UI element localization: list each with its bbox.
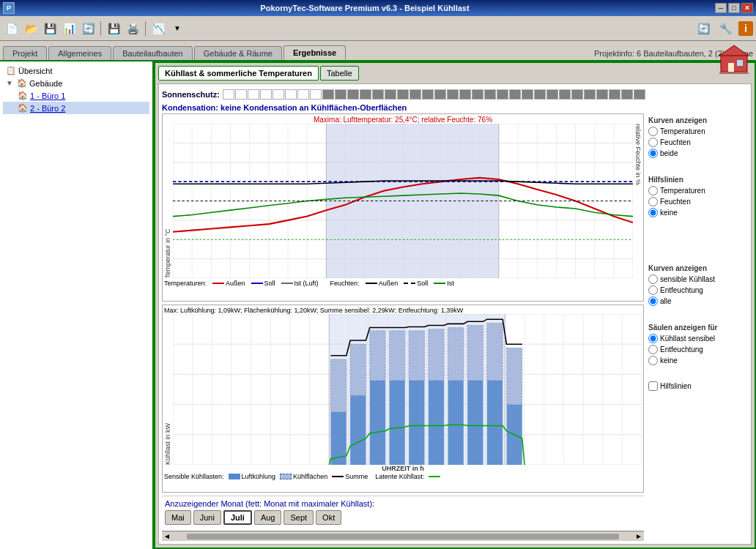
tab-bauteilaufbauten[interactable]: Bauteilaufbauten: [113, 46, 193, 60]
tree-item-gebaude[interactable]: ▼ 🏠 Gebäude: [3, 77, 149, 89]
tree-item-ubersicht[interactable]: 📋 Übersicht: [3, 64, 149, 77]
radio-saulen-keine[interactable]: [648, 356, 658, 365]
scroll-area[interactable]: ◄ ►: [162, 531, 644, 541]
legend2-latente-line: [429, 473, 440, 480]
radio-saulen-sensibel[interactable]: [648, 334, 658, 343]
sonnenschutz-label: Sonnenschutz:: [162, 90, 220, 99]
close-button[interactable]: ✕: [741, 3, 753, 13]
ubersicht-label: Übersicht: [18, 67, 52, 75]
hilfslinien-checkbox[interactable]: [648, 381, 658, 391]
label-hilfs-temp: Temperaturen: [660, 187, 705, 195]
legend2-luft: Luftkühlung: [229, 473, 276, 480]
chart2-maxtext: Max: Luftkühlung: 1,09kW; Flächenkühlung…: [164, 307, 642, 314]
sub-tab-tabelle[interactable]: Tabelle: [320, 66, 359, 81]
toolbar-btn-6[interactable]: 💾: [105, 20, 122, 37]
gebaude-label: Gebäude: [29, 79, 62, 88]
radio-sensible[interactable]: [648, 274, 658, 284]
label-temperaturen: Temperaturen: [660, 127, 705, 135]
svg-rect-160: [389, 331, 404, 381]
legend-temp-label: Temperaturen:: [164, 280, 207, 287]
month-btn-juni[interactable]: Juni: [193, 510, 221, 525]
radio-hilfs-feuch[interactable]: [648, 197, 658, 206]
legend2-latente: Latente Kühllast:: [375, 473, 424, 480]
legend-ist-f: Ist: [434, 280, 454, 287]
chart2-ylabel: Kühllast in kW: [164, 314, 171, 465]
legend-soll: Soll: [251, 280, 275, 287]
radio-feuchten[interactable]: [648, 138, 658, 147]
radio-temperaturen[interactable]: [648, 127, 658, 136]
svg-rect-153: [448, 381, 463, 465]
svg-rect-2: [728, 63, 734, 72]
hilfslinien-label: Hilfslinien: [648, 176, 745, 184]
radio-beide[interactable]: [648, 149, 658, 158]
left-panel: 📋 Übersicht ▼ 🏠 Gebäude 🏠 1 - Büro 1 🏠 2…: [0, 61, 154, 549]
radio-saulen-entfeuch[interactable]: [648, 345, 658, 354]
toolbar-btn-8[interactable]: 📉: [149, 20, 167, 37]
refresh-button[interactable]: 🔄: [694, 20, 712, 37]
toolbar-btn-4[interactable]: 📊: [60, 20, 78, 37]
toolbar-btn-5[interactable]: 🔄: [79, 20, 97, 37]
info-button[interactable]: i: [738, 21, 753, 36]
hilfslinien-check-label: Hilfslinien: [660, 382, 692, 390]
chart2-legend: Sensible Kühllasten: Luftkühlung Kühlflä…: [164, 473, 642, 480]
settings-button[interactable]: 🔧: [716, 20, 734, 37]
chart2-container: Max: Luftkühlung: 1,09kW; Flächenkühlung…: [162, 305, 644, 493]
svg-rect-148: [350, 395, 366, 465]
ubersicht-icon: 📋: [6, 66, 16, 75]
right-panel: Kurven anzeigen Temperaturen Feuchten be…: [645, 113, 748, 541]
content-area: Sonnenschutz: Kondensation: keine: [158, 83, 752, 545]
svg-rect-152: [429, 381, 444, 465]
svg-rect-157: [330, 359, 346, 412]
svg-rect-154: [467, 381, 483, 465]
legend-ist: Ist (Luft): [281, 280, 319, 287]
month-buttons-area: Anzuzeigender Monat (fett: Monat mit max…: [162, 496, 644, 528]
legend-feuchten-label: Feuchten:: [330, 280, 360, 287]
new-button[interactable]: 📄: [3, 20, 21, 37]
label-hilfs-feuch: Feuchten: [660, 198, 691, 206]
tab-projekt[interactable]: Projekt: [3, 46, 47, 60]
month-label: Anzuzeigender Monat (fett: Monat mit max…: [165, 499, 641, 508]
legend2-summe: Summe: [332, 473, 368, 480]
svg-rect-161: [409, 331, 424, 381]
tree-item-buro2[interactable]: 🏠 2 - Büro 2: [3, 102, 149, 114]
radio-alle[interactable]: [648, 296, 658, 306]
tree-item-buro1[interactable]: 🏠 1 - Büro 1: [3, 89, 149, 102]
month-btn-okt[interactable]: Okt: [316, 510, 341, 525]
maximize-button[interactable]: □: [728, 3, 740, 13]
expand-icon: ▼: [6, 79, 15, 87]
chart1-ylabel-left: Temperatur in °C: [164, 124, 171, 278]
legend-aussen: Außen: [212, 280, 245, 287]
toolbar-btn-7[interactable]: 🖨️: [124, 20, 141, 37]
chart1-legend: Temperaturen: Außen Soll Ist (Luft) Feuc…: [164, 280, 642, 287]
open-button[interactable]: 📂: [22, 20, 40, 37]
label-saulen-sensibel: Kühllast sensibel: [660, 335, 715, 343]
tab-ergebnisse[interactable]: Ergebnisse: [284, 45, 346, 60]
tab-gebaude-raume[interactable]: Gebäude & Räume: [194, 46, 282, 60]
radio-hilfs-keine[interactable]: [648, 208, 658, 217]
month-btn-juli[interactable]: Juli: [223, 510, 252, 525]
svg-rect-3: [737, 60, 743, 66]
svg-rect-166: [506, 348, 522, 404]
label-beide: beide: [660, 149, 678, 157]
save-button[interactable]: 💾: [41, 20, 59, 37]
radio-entfeuchtung[interactable]: [648, 285, 658, 295]
buro2-icon: 🏠: [18, 103, 28, 113]
svg-rect-159: [370, 331, 385, 381]
minimize-button[interactable]: ─: [715, 3, 727, 13]
app-icon: P: [3, 2, 15, 14]
radio-hilfs-temp[interactable]: [648, 186, 658, 195]
month-btn-sept[interactable]: Sept: [284, 510, 314, 525]
month-btn-aug[interactable]: Aug: [254, 510, 282, 525]
sonnenschutz-row: Sonnenschutz:: [162, 89, 748, 100]
svg-rect-155: [487, 381, 503, 465]
kondensation-row: Kondensation: keine Kondensation an Kühl…: [162, 103, 748, 112]
tab-allgemeines[interactable]: Allgemeines: [48, 46, 111, 60]
label-hilfs-keine: keine: [660, 209, 678, 217]
chart2-xlabel: UHRZEIT in h: [164, 465, 642, 472]
legend-aussen-f: Außen: [366, 280, 399, 287]
sub-tab-kuhllast[interactable]: Kühllast & sommerliche Temperaturen: [158, 66, 319, 81]
saulen-label: Säulen anzeigen für: [648, 324, 745, 332]
toolbar-btn-9[interactable]: ▼: [168, 20, 186, 37]
separator-2: [145, 21, 146, 36]
month-btn-mai[interactable]: Mai: [165, 510, 191, 525]
